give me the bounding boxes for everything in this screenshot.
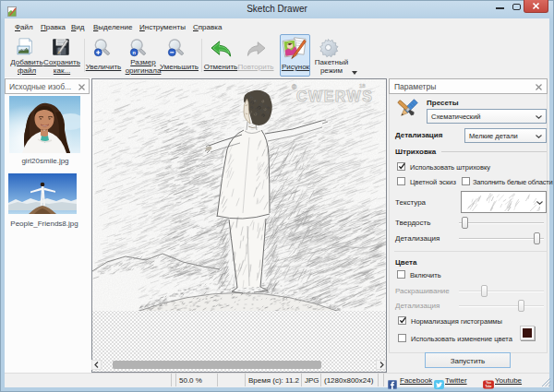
svg-text:®: ® [292,84,297,90]
svg-text:Tube: Tube [485,385,491,388]
svg-text:18: 18 [359,83,366,89]
svg-text:CWERWS: CWERWS [296,89,373,104]
